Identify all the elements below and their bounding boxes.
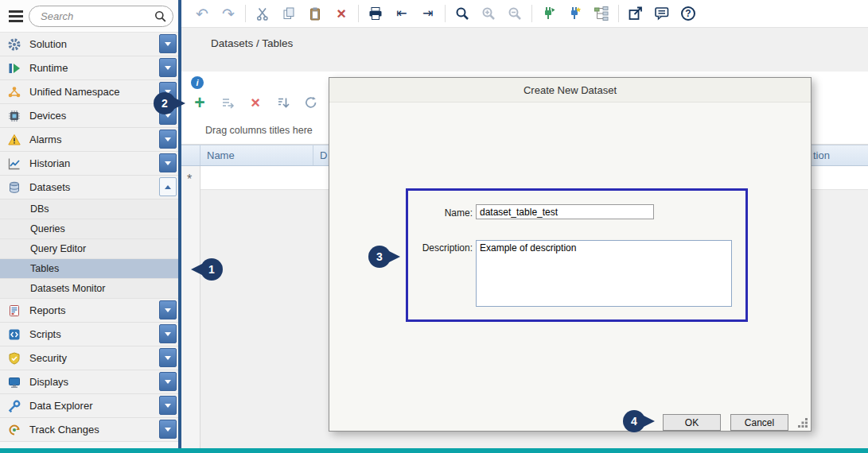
runtime-dropdown-button[interactable] bbox=[159, 58, 177, 77]
copy-icon[interactable] bbox=[279, 4, 298, 23]
monitor-icon bbox=[6, 376, 22, 389]
comment-icon[interactable] bbox=[652, 4, 671, 23]
sidebar-item-label: Devices bbox=[29, 110, 66, 122]
sidebar-item-label: Historian bbox=[29, 157, 70, 169]
toolbar-separator bbox=[618, 5, 619, 22]
sidebar-item-devices[interactable]: Devices bbox=[0, 104, 178, 128]
sidebar-item-label: Security bbox=[29, 352, 67, 364]
search-input[interactable] bbox=[29, 6, 173, 27]
sidebar-item-label: Solution bbox=[29, 38, 67, 50]
sidebar-subitem-query-editor[interactable]: Query Editor bbox=[0, 239, 178, 259]
grid-toolbar: + × bbox=[191, 92, 320, 113]
history-icon[interactable] bbox=[302, 94, 320, 111]
row-selector-column: * bbox=[181, 166, 200, 448]
scripts-dropdown-button[interactable] bbox=[159, 324, 177, 343]
delete-row-icon[interactable]: × bbox=[247, 94, 264, 111]
sidebar-item-solution[interactable]: Solution bbox=[0, 33, 178, 56]
sidebar-item-label: Unified Namespace bbox=[29, 86, 119, 98]
delete-icon[interactable]: × bbox=[332, 4, 351, 23]
callout-2-pointer bbox=[174, 98, 185, 109]
historian-dropdown-button[interactable] bbox=[159, 153, 177, 172]
callout-2: 2 bbox=[154, 92, 176, 114]
paste-icon[interactable] bbox=[306, 4, 325, 23]
zoom-in-icon[interactable] bbox=[479, 4, 498, 23]
row-selector-header bbox=[181, 145, 200, 165]
sidebar-item-scripts[interactable]: Scripts bbox=[0, 323, 178, 347]
sort-icon[interactable] bbox=[274, 94, 292, 111]
security-dropdown-button[interactable] bbox=[159, 348, 177, 367]
sidebar-item-alarms[interactable]: Alarms bbox=[0, 128, 178, 152]
connect-icon[interactable] bbox=[539, 4, 559, 23]
warning-icon bbox=[6, 134, 22, 146]
reports-dropdown-button[interactable] bbox=[159, 300, 177, 319]
main-toolbar: ↶ ↷ × ⇤ ⇥ bbox=[181, 0, 868, 28]
hierarchy-icon[interactable] bbox=[592, 4, 611, 23]
callout-3: 3 bbox=[368, 246, 391, 268]
chip-icon bbox=[6, 110, 22, 122]
play-icon bbox=[6, 62, 22, 75]
datasets-collapse-toggle[interactable] bbox=[159, 177, 177, 196]
callout-1-pointer bbox=[191, 264, 202, 275]
sidebar-item-datasets[interactable]: Datasets bbox=[0, 176, 178, 199]
sidebar-item-label: Reports bbox=[29, 304, 66, 316]
sidebar-item-displays[interactable]: Displays bbox=[0, 370, 178, 394]
find-icon[interactable] bbox=[453, 4, 472, 23]
shield-icon bbox=[6, 352, 22, 365]
add-row-icon[interactable]: + bbox=[191, 94, 208, 111]
application-window: Solution Runtime Unified Namespace Devic… bbox=[0, 0, 868, 453]
sidebar-item-label: Track Changes bbox=[29, 424, 99, 436]
sidebar-item-security[interactable]: Security bbox=[0, 347, 178, 370]
callout-3-pointer bbox=[389, 251, 400, 262]
print-icon[interactable] bbox=[366, 4, 385, 23]
sidebar-item-reports[interactable]: Reports bbox=[0, 299, 178, 323]
open-external-icon[interactable] bbox=[626, 4, 645, 23]
code-icon bbox=[6, 328, 22, 341]
sidebar-item-label: Alarms bbox=[29, 134, 61, 145]
undo-icon[interactable]: ↶ bbox=[193, 4, 212, 23]
gear-icon bbox=[6, 38, 22, 51]
connect-online-icon[interactable] bbox=[566, 4, 585, 23]
data-explorer-dropdown-button[interactable] bbox=[159, 396, 177, 415]
search-icon bbox=[154, 10, 166, 25]
sidebar-item-data-explorer[interactable]: Data Explorer bbox=[0, 394, 178, 418]
navigate-next-icon[interactable]: ⇥ bbox=[418, 4, 438, 23]
toolbar-separator bbox=[245, 5, 246, 22]
status-accent-bar bbox=[0, 448, 868, 453]
dialog-title-bar[interactable]: Create New Dataset bbox=[329, 78, 811, 103]
hamburger-menu-icon[interactable] bbox=[9, 10, 23, 13]
info-icon[interactable] bbox=[191, 76, 204, 89]
sidebar-subitem-dbs[interactable]: DBs bbox=[0, 199, 178, 219]
displays-dropdown-button[interactable] bbox=[159, 372, 177, 391]
ok-button[interactable]: OK bbox=[663, 414, 721, 431]
callout-4: 4 bbox=[623, 410, 645, 432]
navigate-previous-icon[interactable]: ⇤ bbox=[392, 4, 411, 23]
sidebar-subitem-datasets-monitor[interactable]: Datasets Monitor bbox=[0, 279, 178, 299]
sidebar-subitem-tables[interactable]: Tables bbox=[0, 259, 178, 279]
column-header-name[interactable]: Name bbox=[200, 145, 313, 165]
sidebar-item-track-changes[interactable]: Track Changes bbox=[0, 418, 178, 442]
sidebar-item-unified-namespace[interactable]: Unified Namespace bbox=[0, 80, 178, 104]
help-icon[interactable] bbox=[679, 4, 698, 23]
group-hint: Drag columns titles here bbox=[205, 125, 313, 136]
report-icon bbox=[6, 304, 22, 317]
toolbar-separator bbox=[358, 5, 359, 22]
sidebar-item-runtime[interactable]: Runtime bbox=[0, 56, 178, 80]
solution-dropdown-button[interactable] bbox=[159, 34, 177, 53]
nodes-icon bbox=[6, 86, 22, 99]
rename-icon[interactable] bbox=[219, 94, 236, 111]
sync-icon bbox=[6, 424, 22, 436]
breadcrumb-bar: Datasets / Tables bbox=[181, 28, 868, 72]
track-changes-dropdown-button[interactable] bbox=[159, 420, 177, 439]
zoom-out-icon[interactable] bbox=[505, 4, 524, 23]
resize-grip[interactable] bbox=[798, 418, 808, 428]
alarms-dropdown-button[interactable] bbox=[159, 130, 177, 149]
sidebar-subitem-queries[interactable]: Queries bbox=[0, 219, 178, 239]
cut-icon[interactable] bbox=[253, 4, 272, 23]
sidebar-item-label: Data Explorer bbox=[29, 400, 92, 412]
cancel-button[interactable]: Cancel bbox=[730, 414, 788, 431]
breadcrumb: Datasets / Tables bbox=[211, 37, 293, 49]
redo-icon[interactable]: ↷ bbox=[219, 4, 238, 23]
database-icon bbox=[6, 181, 22, 194]
new-row-marker[interactable]: * bbox=[187, 172, 192, 187]
sidebar-item-historian[interactable]: Historian bbox=[0, 152, 178, 176]
